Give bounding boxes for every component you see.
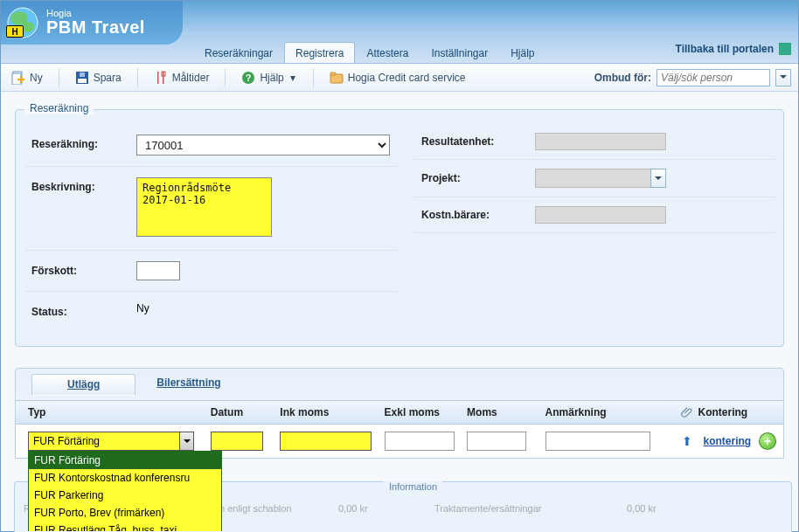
expense-panel: Utlägg Bilersättning Typ Datum Ink moms … bbox=[15, 368, 784, 459]
projekt-combo[interactable] bbox=[535, 169, 666, 188]
right-col: Resultatenhet: Projekt: Kostn.bärare: bbox=[414, 124, 775, 328]
tab-utlagg[interactable]: Utlägg bbox=[31, 374, 135, 396]
meals-button[interactable]: Måltider bbox=[150, 68, 213, 87]
reserakning-select[interactable]: 170001 bbox=[136, 135, 390, 155]
col-datum: Datum bbox=[211, 406, 281, 418]
beskrivning-textarea[interactable]: Regionrådsmöte 2017-01-16 bbox=[136, 177, 272, 237]
add-row-button[interactable]: + bbox=[759, 432, 776, 450]
h-badge-icon: H bbox=[6, 25, 24, 38]
tab-bilersattning[interactable]: Bilersättning bbox=[156, 377, 220, 392]
tab-hjalp[interactable]: Hjälp bbox=[499, 42, 545, 63]
cutlery-icon bbox=[154, 71, 168, 85]
col-anmarkning: Anmärkning bbox=[545, 406, 676, 418]
typ-option[interactable]: FUR Resutlägg Tåg ,buss, taxi bbox=[29, 522, 221, 532]
typ-option[interactable]: FUR Parkering bbox=[29, 487, 221, 504]
chevron-down-icon: ▾ bbox=[288, 72, 297, 84]
svg-text:?: ? bbox=[246, 73, 252, 83]
zero-2: 0,00 kr bbox=[627, 503, 657, 514]
ombud-section: Ombud för: bbox=[594, 69, 791, 86]
tab-reserakningar[interactable]: Reseräkningar bbox=[193, 42, 284, 63]
fieldset-legend: Reseräkning bbox=[24, 102, 94, 114]
svg-rect-12 bbox=[163, 72, 164, 84]
portal-icon bbox=[779, 43, 791, 55]
reserakning-fieldset: Reseräkning Reseräkning: 170001 Beskrivn… bbox=[15, 109, 784, 347]
resultatenhet-label: Resultatenhet: bbox=[421, 135, 535, 148]
paperclip-icon bbox=[681, 406, 693, 418]
svg-rect-11 bbox=[157, 72, 159, 84]
svg-point-2 bbox=[22, 22, 34, 32]
app-header: Hogia PBM Travel H Reseräkningar Registr… bbox=[1, 1, 798, 64]
tab-registrera[interactable]: Registrera bbox=[284, 42, 355, 63]
tab-attestera[interactable]: Attestera bbox=[355, 42, 420, 63]
trak-label: Traktamente/ersättningar bbox=[434, 503, 541, 514]
upload-icon[interactable]: ⬆ bbox=[682, 434, 692, 448]
separator bbox=[59, 68, 59, 87]
ombud-dropdown-button[interactable] bbox=[775, 69, 791, 86]
help-button[interactable]: ? Hjälp ▾ bbox=[238, 68, 300, 87]
col-ink-moms: Ink moms bbox=[280, 406, 384, 418]
save-button[interactable]: Spara bbox=[72, 68, 125, 87]
back-to-portal-link[interactable]: Tillbaka till portalen bbox=[676, 43, 791, 55]
grid-header: Typ Datum Ink moms Exkl moms Moms Anmärk… bbox=[16, 401, 783, 425]
chevron-down-icon[interactable] bbox=[650, 169, 666, 188]
new-doc-icon bbox=[11, 71, 25, 85]
ombud-search-input[interactable] bbox=[657, 69, 770, 86]
zero-1: 0,00 kr bbox=[338, 503, 368, 514]
anmarkning-input[interactable] bbox=[545, 432, 650, 451]
separator bbox=[225, 68, 226, 87]
kostn-field bbox=[535, 206, 666, 224]
typ-select[interactable] bbox=[28, 432, 194, 451]
datum-input[interactable] bbox=[211, 432, 263, 451]
typ-dropdown-list[interactable]: FUR Förtäring FUR Kontorskostnad konfere… bbox=[28, 451, 222, 532]
forskott-input[interactable] bbox=[136, 261, 180, 280]
ombud-label: Ombud för: bbox=[594, 72, 651, 84]
info-legend: Information bbox=[384, 481, 442, 492]
brand-big: PBM Travel bbox=[46, 18, 145, 37]
svg-rect-10 bbox=[80, 73, 85, 77]
svg-rect-17 bbox=[330, 73, 336, 75]
credit-card-button[interactable]: Hogia Credit card service bbox=[326, 68, 469, 87]
typ-option[interactable]: FUR Förtäring bbox=[29, 452, 221, 469]
help-icon: ? bbox=[241, 71, 255, 85]
separator bbox=[137, 68, 138, 87]
typ-option[interactable]: FUR Kontorskostnad konferensru bbox=[29, 469, 221, 487]
status-label: Status: bbox=[31, 302, 136, 318]
col-kontering: Kontering bbox=[698, 406, 776, 418]
typ-option[interactable]: FUR Porto, Brev (frimärken) bbox=[29, 504, 221, 522]
reserakning-label: Reseräkning: bbox=[31, 135, 136, 150]
floppy-icon bbox=[75, 71, 89, 85]
panel-tabs: Utlägg Bilersättning bbox=[16, 369, 783, 401]
exkl-moms-input[interactable] bbox=[385, 432, 455, 451]
beskrivning-label: Beskrivning: bbox=[31, 177, 136, 193]
col-attachment bbox=[676, 406, 698, 418]
toolbar: Ny Spara Måltider ? Hjälp ▾ Hogia C bbox=[1, 64, 798, 92]
ink-moms-input[interactable] bbox=[280, 432, 372, 451]
projekt-label: Projekt: bbox=[421, 172, 535, 184]
tab-installningar[interactable]: Inställningar bbox=[420, 42, 499, 63]
status-value: Ny bbox=[136, 302, 390, 314]
moms-input[interactable] bbox=[467, 432, 526, 451]
chevron-down-icon[interactable] bbox=[179, 432, 193, 450]
col-exkl-moms: Exkl moms bbox=[385, 406, 467, 418]
left-col: Reseräkning: 170001 Beskrivning: Regionr… bbox=[24, 124, 397, 328]
separator bbox=[313, 68, 314, 87]
new-button[interactable]: Ny bbox=[8, 68, 46, 87]
forskott-label: Förskott: bbox=[31, 261, 136, 277]
col-typ: Typ bbox=[28, 406, 211, 418]
kostn-label: Kostn.bärare: bbox=[421, 209, 535, 221]
content: Reseräkning Reseräkning: 170001 Beskrivn… bbox=[1, 92, 798, 357]
svg-rect-7 bbox=[20, 76, 22, 83]
svg-rect-9 bbox=[78, 79, 87, 83]
folder-icon bbox=[330, 71, 344, 85]
col-moms: Moms bbox=[467, 406, 545, 418]
portal-link-label: Tillbaka till portalen bbox=[676, 43, 774, 55]
resultatenhet-field bbox=[535, 133, 666, 150]
brand: Hogia PBM Travel bbox=[1, 1, 183, 45]
kontering-link[interactable]: kontering bbox=[704, 435, 752, 447]
